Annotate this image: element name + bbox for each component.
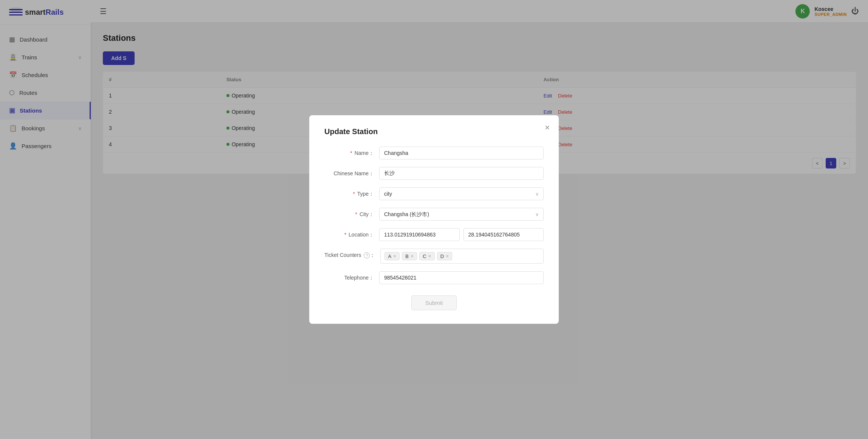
- chinese-name-label: Chinese Name：: [324, 167, 379, 177]
- tag-label: A: [388, 254, 391, 259]
- type-select-wrap: city town district ∨: [379, 187, 544, 200]
- tag-remove-icon[interactable]: ×: [411, 253, 414, 259]
- ticket-counter-tag: A×: [384, 252, 400, 260]
- chinese-name-field-row: Chinese Name：: [324, 167, 544, 180]
- tag-label: C: [423, 254, 426, 259]
- tag-remove-icon[interactable]: ×: [446, 253, 449, 259]
- ticket-counter-tag: D×: [437, 252, 453, 260]
- required-star: *: [355, 211, 357, 217]
- ticket-counters-label: Ticket Counters ?：: [324, 249, 380, 259]
- tag-label: B: [405, 254, 409, 259]
- required-star: *: [350, 150, 352, 156]
- city-field-row: * City： Changsha (长沙市) ∨: [324, 208, 544, 221]
- telephone-field-row: Telephone：: [324, 271, 544, 284]
- update-station-modal: Update Station × * Name： Chinese Name： *…: [309, 115, 559, 324]
- longitude-input[interactable]: [379, 228, 460, 241]
- name-input[interactable]: [379, 147, 544, 159]
- form-actions: Submit: [324, 292, 544, 310]
- telephone-input[interactable]: [379, 271, 544, 284]
- required-star: *: [344, 232, 346, 238]
- location-field-row: * Location：: [324, 228, 544, 241]
- name-label: * Name：: [324, 147, 379, 157]
- ticket-counters-tags[interactable]: A×B×C×D×: [380, 249, 544, 264]
- help-icon[interactable]: ?: [364, 252, 370, 258]
- required-star: *: [353, 191, 355, 197]
- city-select-wrap: Changsha (长沙市) ∨: [379, 208, 544, 221]
- city-select[interactable]: Changsha (长沙市): [379, 208, 544, 221]
- ticket-counters-field-row: Ticket Counters ?： A×B×C×D×: [324, 249, 544, 264]
- location-label: * Location：: [324, 228, 379, 238]
- type-field-row: * Type： city town district ∨: [324, 187, 544, 200]
- city-label: * City：: [324, 208, 379, 218]
- type-select[interactable]: city town district: [379, 187, 544, 200]
- modal-title: Update Station: [324, 127, 544, 136]
- chinese-name-input[interactable]: [379, 167, 544, 180]
- location-inputs: [379, 228, 544, 241]
- tag-remove-icon[interactable]: ×: [428, 253, 431, 259]
- modal-overlay: Update Station × * Name： Chinese Name： *…: [0, 0, 868, 439]
- tag-label: D: [440, 254, 444, 259]
- name-field-row: * Name：: [324, 147, 544, 159]
- type-label: * Type：: [324, 187, 379, 198]
- tag-remove-icon[interactable]: ×: [393, 253, 396, 259]
- telephone-label: Telephone：: [324, 271, 379, 281]
- ticket-counter-tag: C×: [419, 252, 435, 260]
- submit-button[interactable]: Submit: [411, 295, 457, 310]
- modal-close-button[interactable]: ×: [545, 123, 550, 133]
- ticket-counter-tag: B×: [402, 252, 417, 260]
- latitude-input[interactable]: [463, 228, 544, 241]
